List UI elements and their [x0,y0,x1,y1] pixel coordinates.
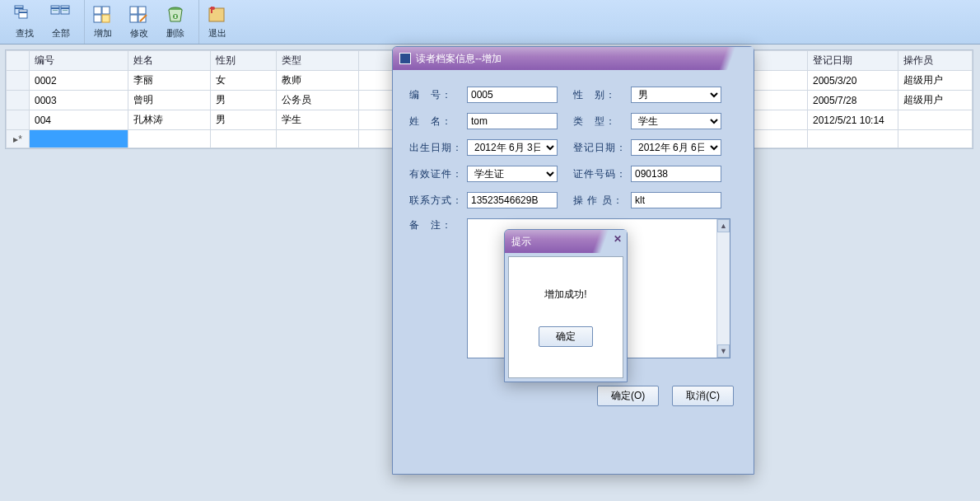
label-idno: 证件号码： [573,167,631,181]
col-operator[interactable]: 操作员 [898,51,973,71]
input-contact[interactable] [467,192,558,208]
svg-rect-10 [94,7,101,14]
svg-rect-16 [130,15,138,22]
msg-title-text: 提示 [511,235,531,249]
svg-rect-6 [51,7,59,9]
msg-titlebar[interactable]: 提示 ✕ [505,230,627,253]
col-id[interactable]: 编号 [30,51,128,71]
all-icon [49,4,72,26]
dialog-titlebar[interactable]: 读者档案信息--增加 [393,47,754,70]
label-idtype: 有效证件： [409,167,467,181]
scroll-up-icon[interactable]: ▲ [717,219,730,232]
scroll-down-icon[interactable]: ▼ [717,344,730,358]
svg-rect-1 [19,10,27,18]
delete-label: 删除 [166,27,184,40]
all-button[interactable]: 全部 [43,0,79,44]
label-remark: 备 注： [409,218,467,232]
edit-button[interactable]: 修改 [121,0,157,44]
add-label: 增加 [94,27,112,40]
close-icon[interactable]: ✕ [614,233,622,245]
svg-rect-11 [102,7,110,14]
svg-rect-8 [53,10,58,11]
select-regdate[interactable]: 2012年 6月 6日 [631,139,721,156]
select-type[interactable]: 学生 [631,113,721,129]
scrollbar[interactable]: ▲ ▼ [716,219,730,358]
label-gender: 性 别： [573,88,631,102]
select-birth[interactable]: 2012年 6月 3日 [467,139,558,156]
col-gender[interactable]: 性别 [211,51,277,71]
find-label: 查找 [16,27,34,40]
col-regdate[interactable]: 登记日期 [808,51,898,71]
find-button[interactable]: 查找 [7,0,43,44]
svg-rect-13 [102,15,110,22]
svg-rect-12 [94,15,101,22]
toolbar: 查找 全部 增加 修改 删除 [0,0,980,44]
select-idtype[interactable]: 学生证 [467,166,558,182]
label-name: 姓 名： [409,115,467,129]
msg-text: 增加成功! [544,288,586,302]
msg-ok-button[interactable]: 确定 [539,326,593,347]
new-row-marker: ▸* [7,130,30,148]
input-operator[interactable] [631,192,721,208]
col-name[interactable]: 姓名 [128,51,211,71]
message-dialog: 提示 ✕ 增加成功! 确定 [504,229,628,382]
input-idno[interactable] [631,166,721,182]
select-gender[interactable]: 男 [631,87,721,103]
edit-label: 修改 [130,27,148,40]
label-regdate: 登记日期： [573,141,631,155]
svg-point-21 [212,7,215,10]
all-label: 全部 [52,27,70,40]
dialog-cancel-button[interactable]: 取消(C) [672,386,734,406]
svg-rect-3 [19,12,27,13]
input-id[interactable] [467,87,558,103]
svg-rect-2 [15,7,23,9]
dialog-ok-button[interactable]: 确定(O) [597,386,659,406]
dialog-icon [399,53,411,64]
svg-rect-15 [138,7,146,14]
dialog-title-text: 读者档案信息--增加 [416,52,502,66]
svg-rect-9 [63,10,68,11]
label-contact: 联系方式： [409,194,467,208]
exit-icon [206,4,229,26]
delete-button[interactable]: 删除 [157,0,194,44]
svg-rect-14 [130,7,138,14]
add-icon [91,4,114,26]
add-button[interactable]: 增加 [85,0,121,44]
label-id: 编 号： [409,88,467,102]
row-header-blank [7,51,30,71]
label-birth: 出生日期： [409,141,467,155]
edit-icon [128,4,151,26]
input-name[interactable] [467,113,558,129]
col-type[interactable]: 类型 [277,51,359,71]
label-type: 类 型： [573,115,631,129]
find-icon [13,4,36,26]
new-row-id-cell[interactable] [30,130,128,148]
svg-rect-7 [61,7,69,9]
exit-button[interactable]: 退出 [199,0,236,44]
delete-icon [164,4,187,26]
label-operator: 操 作 员： [573,194,631,208]
exit-label: 退出 [208,27,226,40]
